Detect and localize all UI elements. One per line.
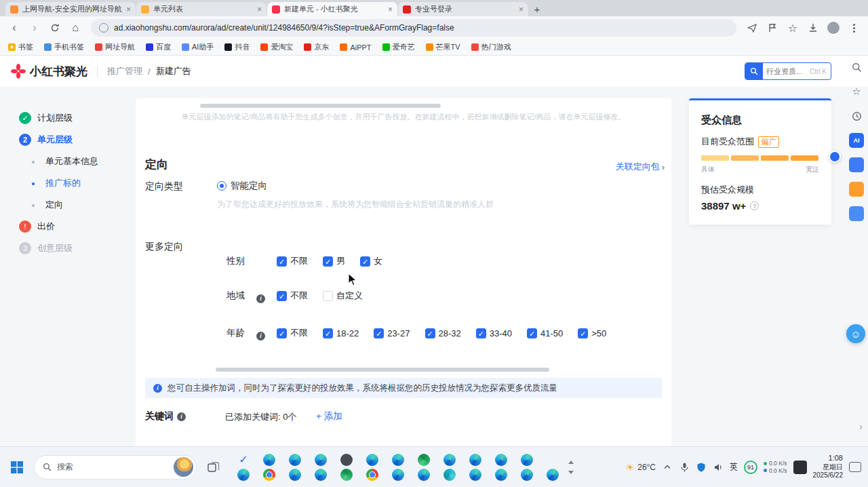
bookmark-item[interactable]: 芒果TV	[426, 42, 460, 52]
pinned-app-icon[interactable]	[263, 454, 275, 466]
task-view-button[interactable]	[202, 452, 225, 482]
pinned-app-icon[interactable]	[392, 454, 404, 466]
course-badge[interactable]	[829, 151, 841, 163]
checkbox[interactable]	[323, 291, 333, 301]
step-item[interactable]: ! 出价	[19, 216, 127, 237]
pinned-app-icon[interactable]	[392, 469, 404, 481]
checkbox-option[interactable]: 33-40	[476, 328, 512, 338]
tab-close-icon[interactable]: ×	[388, 5, 393, 14]
pinned-app-icon[interactable]	[521, 454, 533, 466]
bookmark-item[interactable]: ★ 书签	[8, 42, 33, 52]
network-speed[interactable]: 0.0 K/s 0.0 K/s	[764, 461, 787, 473]
pinned-app-icon[interactable]	[366, 469, 378, 481]
pinned-app-icon[interactable]	[340, 469, 353, 481]
checkbox-option[interactable]: 不限	[277, 255, 308, 267]
bookmark-item[interactable]: 网址导航	[95, 42, 135, 52]
pinned-app-icon[interactable]	[469, 454, 481, 466]
pinned-app-icon[interactable]	[418, 454, 430, 466]
step-item[interactable]: 3 创意层级	[19, 237, 127, 259]
site-info-icon[interactable]	[99, 23, 108, 33]
pinned-app-icon[interactable]	[237, 454, 250, 466]
tray-chevron-button[interactable]	[662, 462, 673, 473]
pinned-app-icon[interactable]	[547, 469, 559, 481]
contact-icon[interactable]	[849, 157, 864, 172]
rail-history-button[interactable]	[849, 109, 864, 123]
back-button[interactable]: ‹	[5, 19, 23, 37]
pinned-app-icon[interactable]	[418, 469, 430, 481]
rail-favorite-button[interactable]: ☆	[849, 84, 864, 99]
rail-search-button[interactable]	[849, 60, 864, 75]
search-button[interactable]	[745, 62, 763, 80]
pinned-app-icon[interactable]	[521, 469, 533, 481]
smart-targeting-option[interactable]: 智能定向	[217, 180, 267, 192]
ai-assistant-icon[interactable]: AI	[849, 133, 864, 148]
bookmark-item[interactable]: AI助手	[182, 42, 214, 52]
breadcrumb-section[interactable]: 推广管理	[107, 65, 142, 77]
home-button[interactable]: ⌂	[66, 19, 84, 37]
notification-center-button[interactable]	[849, 462, 861, 472]
checkbox[interactable]	[374, 328, 384, 338]
more-button[interactable]	[845, 19, 863, 37]
pinned-app-icon[interactable]	[495, 469, 507, 481]
pinned-app-icon[interactable]	[263, 469, 275, 481]
search-highlight-thumbnail[interactable]	[174, 457, 193, 477]
battery-badge[interactable]: 91	[744, 461, 757, 474]
bookmark-item[interactable]: 热门游戏	[471, 42, 511, 52]
tab-close-icon[interactable]: ×	[257, 5, 262, 14]
checkbox-option[interactable]: >50	[578, 328, 606, 338]
security-tray-button[interactable]	[696, 462, 707, 473]
address-bar[interactable]: ad.xiaohongshu.com/aurora/ad/create/unit…	[91, 19, 736, 37]
pinned-app-icon[interactable]	[315, 469, 327, 481]
checkbox-option[interactable]: 自定义	[323, 290, 363, 302]
info-icon[interactable]	[256, 332, 265, 340]
step-item[interactable]: • 定向	[19, 194, 127, 216]
checkbox[interactable]	[527, 328, 537, 338]
refresh-button[interactable]	[46, 19, 64, 37]
download-button[interactable]	[804, 19, 822, 37]
collapse-panel-button[interactable]: ›	[859, 421, 863, 432]
language-indicator[interactable]: 英	[730, 461, 738, 473]
bookmark-item[interactable]: 爱奇艺	[382, 42, 415, 52]
header-search[interactable]: Ctrl K	[745, 62, 831, 80]
browser-tab[interactable]: 上网导航-安全实用的网址导航 ×	[5, 2, 136, 16]
bookmark-item[interactable]: 京东	[304, 42, 329, 52]
activity-icon[interactable]	[849, 182, 864, 197]
search-input[interactable]	[763, 67, 810, 75]
flag-button[interactable]	[764, 19, 781, 37]
bookmark-item[interactable]: AiPPT	[340, 43, 371, 52]
step-item[interactable]: 2 单元层级	[19, 129, 127, 151]
bookmark-item[interactable]: 爱淘宝	[260, 42, 293, 52]
step-item[interactable]: • 推广标的	[19, 172, 127, 194]
checkbox-option[interactable]: 23-27	[374, 328, 410, 338]
taskbar-search[interactable]: 搜索	[34, 455, 197, 480]
bookmark-item[interactable]: 手机书签	[44, 42, 84, 52]
checkbox[interactable]	[277, 256, 287, 267]
volume-tray-button[interactable]	[713, 462, 724, 473]
tab-close-icon[interactable]: ×	[519, 5, 524, 14]
pinned-app-icon[interactable]	[443, 469, 456, 481]
checkbox-option[interactable]: 女	[360, 255, 382, 267]
taskbar-clock[interactable]: 1:08 星期日 2025/6/22	[813, 454, 844, 480]
checkbox[interactable]	[360, 256, 370, 267]
profile-button[interactable]	[825, 19, 842, 37]
pinned-overflow-scroller[interactable]	[568, 461, 574, 474]
pinned-app-icon[interactable]	[289, 454, 301, 466]
ime-icon[interactable]	[793, 461, 807, 474]
checkbox[interactable]	[578, 328, 588, 338]
step-item[interactable]: ✓ 计划层级	[19, 107, 127, 129]
checkbox-option[interactable]: 28-32	[425, 328, 461, 338]
weather-widget[interactable]: ☀ 26°C	[626, 462, 656, 473]
checkbox[interactable]	[277, 291, 287, 301]
pinned-app-icon[interactable]	[469, 469, 481, 481]
pinned-app-icon[interactable]	[289, 469, 301, 481]
horizontal-scrollbar-top[interactable]	[200, 104, 441, 108]
horizontal-scrollbar-bottom[interactable]	[216, 368, 549, 372]
info-icon[interactable]	[256, 294, 265, 303]
checkbox[interactable]	[277, 328, 287, 338]
favorite-button[interactable]: ☆	[784, 19, 802, 37]
pinned-app-icon[interactable]	[366, 454, 378, 466]
pinned-app-icon[interactable]	[340, 454, 353, 466]
app-logo[interactable]: 小红书聚光	[11, 64, 87, 79]
checkbox[interactable]	[425, 328, 435, 338]
checkbox-option[interactable]: 男	[323, 255, 345, 267]
